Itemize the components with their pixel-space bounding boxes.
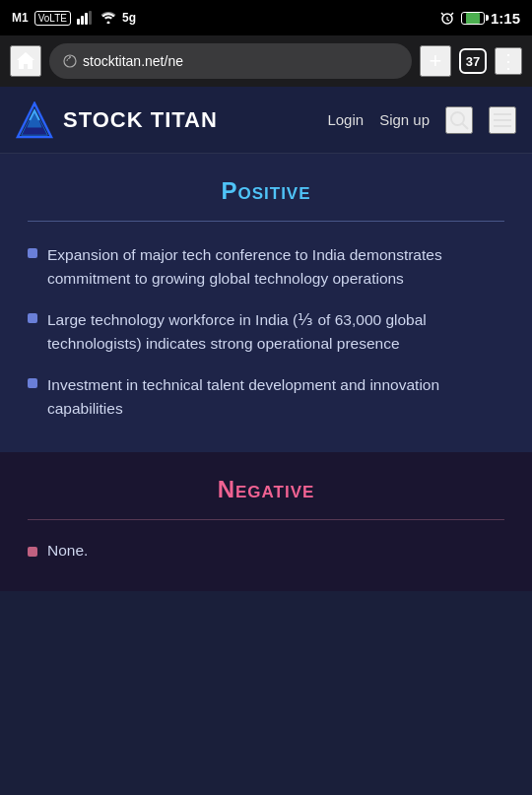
positive-bullet-text-3: Investment in technical talent developme… bbox=[47, 373, 504, 421]
browser-menu-button[interactable]: ⋮ bbox=[495, 47, 522, 75]
main-content: Positive Expansion of major tech confere… bbox=[0, 154, 532, 591]
wifi-icon bbox=[100, 12, 116, 24]
none-marker bbox=[28, 547, 37, 557]
negative-none-item: None. bbox=[28, 542, 504, 560]
data-icon: 5g bbox=[122, 11, 136, 25]
negative-bullet-text-1: None. bbox=[47, 542, 88, 560]
svg-point-6 bbox=[69, 56, 71, 58]
search-button[interactable] bbox=[445, 106, 473, 134]
logo-icon bbox=[16, 101, 53, 139]
positive-bullet-text-2: Large technology workforce in India (⅓ o… bbox=[47, 308, 504, 356]
volte-label: VoLTE bbox=[34, 11, 71, 26]
status-bar: M1 VoLTE 5g 1:15 bbox=[0, 0, 532, 35]
svg-rect-1 bbox=[81, 16, 84, 25]
browser-bar: stocktitan.net/ne + 37 ⋮ bbox=[0, 35, 532, 87]
tabs-count-button[interactable]: 37 bbox=[459, 48, 487, 74]
positive-divider bbox=[28, 221, 504, 222]
positive-bullet-1: Expansion of major tech conference to In… bbox=[28, 243, 504, 291]
positive-bullet-3: Investment in technical talent developme… bbox=[28, 373, 504, 421]
carrier-label: M1 bbox=[12, 11, 29, 25]
bullet-marker-2 bbox=[28, 313, 37, 323]
negative-title: Negative bbox=[28, 476, 504, 503]
svg-rect-2 bbox=[85, 13, 88, 25]
status-time: 1:15 bbox=[491, 10, 520, 27]
svg-rect-0 bbox=[77, 19, 80, 25]
positive-bullet-list: Expansion of major tech conference to In… bbox=[28, 243, 504, 421]
negative-section: Negative None. bbox=[0, 452, 532, 591]
menu-button[interactable] bbox=[489, 106, 516, 134]
url-bar[interactable]: stocktitan.net/ne bbox=[49, 43, 412, 79]
status-right: 1:15 bbox=[439, 10, 520, 27]
svg-rect-3 bbox=[89, 11, 92, 25]
home-button[interactable] bbox=[10, 45, 41, 77]
url-security-icon bbox=[63, 54, 77, 68]
signal-icon bbox=[77, 11, 95, 25]
login-link[interactable]: Login bbox=[327, 111, 364, 128]
site-nav: STOCK TITAN Login Sign up bbox=[0, 87, 532, 154]
positive-bullet-2: Large technology workforce in India (⅓ o… bbox=[28, 308, 504, 356]
bullet-marker-1 bbox=[28, 248, 37, 258]
bullet-marker-3 bbox=[28, 378, 37, 388]
alarm-icon bbox=[439, 10, 455, 26]
site-title: STOCK TITAN bbox=[63, 107, 218, 133]
nav-links: Login Sign up bbox=[327, 106, 516, 134]
url-text[interactable]: stocktitan.net/ne bbox=[83, 53, 183, 69]
svg-line-10 bbox=[463, 123, 469, 129]
positive-section: Positive Expansion of major tech confere… bbox=[0, 154, 532, 452]
status-left: M1 VoLTE 5g bbox=[12, 11, 136, 26]
site-logo: STOCK TITAN bbox=[16, 101, 315, 139]
negative-divider bbox=[28, 519, 504, 520]
positive-title: Positive bbox=[28, 177, 504, 205]
positive-bullet-text-1: Expansion of major tech conference to In… bbox=[47, 243, 504, 291]
svg-point-9 bbox=[451, 112, 464, 125]
battery-icon bbox=[461, 12, 485, 25]
signup-link[interactable]: Sign up bbox=[379, 111, 430, 128]
new-tab-button[interactable]: + bbox=[420, 45, 451, 77]
